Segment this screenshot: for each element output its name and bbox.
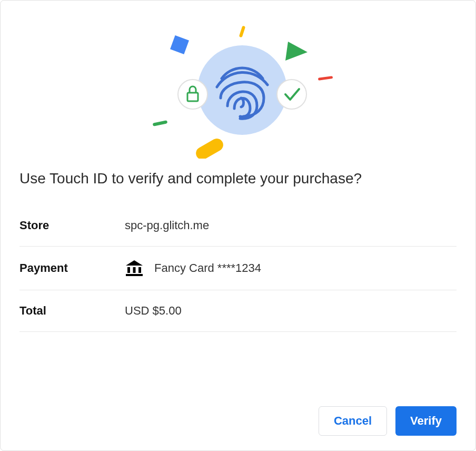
- illustration-area: [1, 1, 475, 169]
- total-value: USD $5.00: [125, 304, 182, 318]
- total-label: Total: [19, 304, 125, 318]
- payment-value: Fancy Card ****1234: [125, 260, 261, 276]
- svg-rect-12: [133, 267, 136, 273]
- svg-rect-11: [127, 267, 130, 273]
- payment-row: Payment Fancy Card ****1234: [19, 247, 457, 290]
- svg-point-7: [178, 80, 207, 109]
- svg-rect-0: [170, 35, 189, 54]
- cancel-button[interactable]: Cancel: [319, 406, 387, 436]
- purchase-details: Store spc-pg.glitch.me Payment Fancy Car…: [1, 205, 475, 332]
- svg-rect-5: [194, 136, 225, 159]
- svg-rect-3: [318, 76, 333, 81]
- dialog-prompt: Use Touch ID to verify and complete your…: [1, 169, 475, 205]
- svg-rect-2: [239, 26, 246, 38]
- svg-point-9: [277, 80, 306, 109]
- svg-rect-4: [153, 120, 168, 126]
- verify-button[interactable]: Verify: [395, 406, 457, 436]
- svg-marker-1: [285, 42, 308, 61]
- svg-marker-10: [126, 260, 143, 266]
- button-bar: Cancel Verify: [1, 391, 475, 450]
- total-row: Total USD $5.00: [19, 290, 457, 332]
- svg-rect-13: [138, 267, 141, 273]
- svg-point-6: [197, 45, 287, 135]
- svg-rect-14: [126, 274, 143, 276]
- store-label: Store: [19, 219, 125, 232]
- payment-label: Payment: [19, 261, 125, 275]
- payment-confirmation-dialog: Use Touch ID to verify and complete your…: [0, 0, 476, 451]
- payment-value-text: Fancy Card ****1234: [154, 261, 261, 275]
- store-row: Store spc-pg.glitch.me: [19, 205, 457, 247]
- fingerprint-illustration: [127, 11, 349, 159]
- store-value: spc-pg.glitch.me: [125, 219, 209, 232]
- bank-icon: [125, 260, 144, 276]
